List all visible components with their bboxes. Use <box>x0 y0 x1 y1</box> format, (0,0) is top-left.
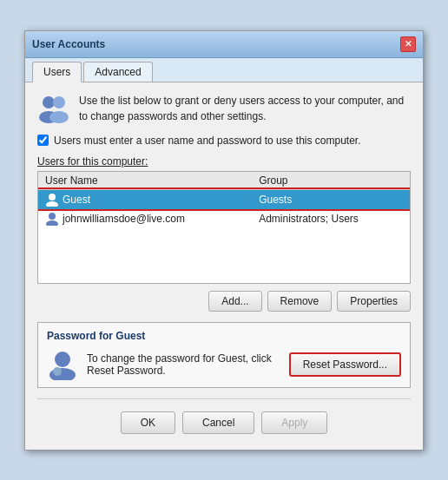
svg-point-0 <box>43 96 55 108</box>
description-section: Use the list below to grant or deny user… <box>37 93 411 126</box>
svg-point-7 <box>46 220 58 226</box>
svg-point-2 <box>53 96 65 108</box>
add-button[interactable]: Add... <box>208 291 261 312</box>
tab-users[interactable]: Users <box>32 62 82 82</box>
col-username: User Name <box>38 172 252 190</box>
title-bar: User Accounts ✕ <box>25 31 423 58</box>
reset-password-button[interactable]: Reset Password... <box>289 352 401 377</box>
cancel-button[interactable]: Cancel <box>182 411 254 434</box>
svg-point-10 <box>53 367 62 376</box>
users-icon <box>37 93 70 126</box>
svg-point-6 <box>49 213 56 220</box>
table-cell-name: johnwilliamsdoe@live.com <box>38 209 252 228</box>
password-user-icon <box>47 349 78 380</box>
password-section-title: Password for Guest <box>47 330 401 342</box>
user-row-icon <box>45 193 59 207</box>
divider <box>37 398 411 399</box>
tabs-bar: Users Advanced <box>25 58 423 82</box>
user-row-icon <box>45 212 59 226</box>
properties-button[interactable]: Properties <box>337 291 411 312</box>
table-cell-group: Administrators; Users <box>252 209 410 228</box>
svg-point-8 <box>55 352 70 367</box>
user-action-buttons: Add... Remove Properties <box>37 291 411 312</box>
close-button[interactable]: ✕ <box>400 36 416 52</box>
svg-point-4 <box>49 194 56 201</box>
description-text: Use the list below to grant or deny user… <box>79 93 411 124</box>
password-required-label: Users must enter a user name and passwor… <box>54 135 361 147</box>
table-row[interactable]: Guest Guests <box>38 189 410 209</box>
password-inner: To change the password for Guest, click … <box>47 349 401 380</box>
svg-point-3 <box>49 111 69 123</box>
table-cell-name: Guest <box>38 189 252 209</box>
remove-button[interactable]: Remove <box>267 291 333 312</box>
tab-advanced[interactable]: Advanced <box>83 62 152 82</box>
users-table: User Name Group Guest <box>38 172 410 228</box>
password-section: Password for Guest To change the passwor… <box>37 322 411 388</box>
password-description: To change the password for Guest, click … <box>87 352 280 377</box>
users-section-label: Users for this computer: <box>37 155 411 168</box>
user-accounts-dialog: User Accounts ✕ Users Advanced Use the l… <box>24 30 424 450</box>
main-content: Use the list below to grant or deny user… <box>25 82 423 450</box>
ok-button[interactable]: OK <box>121 411 175 434</box>
password-required-checkbox[interactable] <box>37 135 49 146</box>
col-group: Group <box>252 172 410 190</box>
users-table-container: User Name Group Guest <box>37 171 411 284</box>
svg-point-5 <box>46 201 58 207</box>
apply-button[interactable]: Apply <box>261 411 327 434</box>
table-cell-group: Guests <box>252 189 410 209</box>
table-row[interactable]: johnwilliamsdoe@live.com Administrators;… <box>38 209 410 228</box>
footer-buttons: OK Cancel Apply <box>37 406 411 439</box>
dialog-title: User Accounts <box>32 38 105 50</box>
password-required-row: Users must enter a user name and passwor… <box>37 135 411 147</box>
